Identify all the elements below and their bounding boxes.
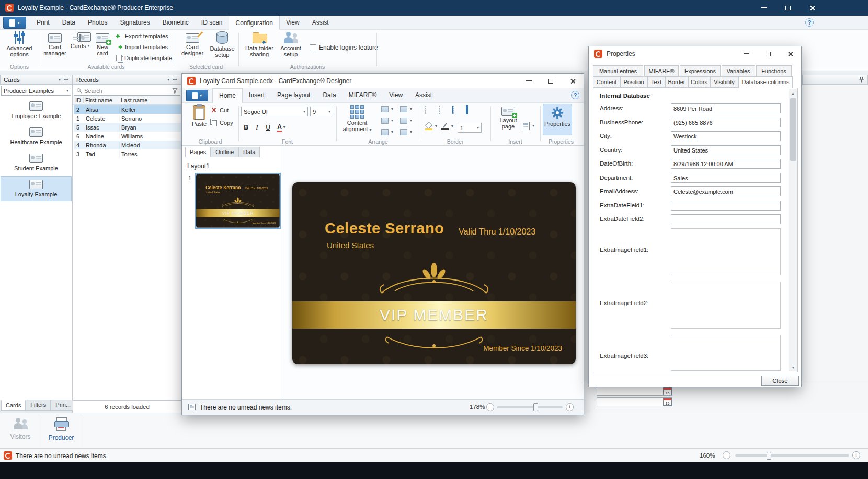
tab-id-scan[interactable]: ID scan — [195, 16, 229, 30]
border-none-button[interactable] — [425, 106, 426, 113]
border-left-button[interactable] — [452, 106, 454, 113]
card-item-employee[interactable]: Employee Example — [1, 98, 72, 123]
designer-tab-insert[interactable]: Insert — [243, 88, 271, 103]
designer-zoom-out-button[interactable]: − — [486, 403, 494, 411]
date-picker-row[interactable]: 15 — [597, 387, 672, 396]
col-header-last-name[interactable]: Last name — [119, 97, 181, 103]
designer-zoom-slider-track[interactable] — [497, 406, 563, 408]
arrange-button[interactable]: ▾ — [400, 118, 412, 124]
design-canvas[interactable]: Celeste Serrano Valid Thru 1/10/2023 Uni… — [281, 146, 584, 399]
city-input[interactable] — [671, 131, 781, 141]
designer-close-button[interactable] — [562, 75, 584, 87]
tab-data[interactable]: Data — [56, 16, 82, 30]
paste-button[interactable]: Paste — [189, 105, 209, 127]
ptab-text[interactable]: Text — [647, 76, 665, 88]
search-input[interactable] — [84, 88, 170, 94]
properties-close-button[interactable] — [779, 48, 801, 60]
new-card-button[interactable]: New card — [92, 31, 113, 56]
card-member-since-field[interactable]: Member Since 1/10/2023 — [483, 344, 562, 352]
cards-button[interactable]: Cards▾ — [70, 31, 90, 49]
ptab-visibility[interactable]: Visibility — [710, 76, 738, 88]
card-designer-button[interactable]: Card designer — [179, 31, 206, 56]
chevron-down-icon[interactable]: ▾ — [59, 78, 61, 82]
ptab-database-columns[interactable]: Database columns — [738, 76, 793, 88]
scroll-up-button[interactable]: ▲ — [789, 89, 797, 97]
line-color-button[interactable]: ▾ — [441, 123, 453, 130]
card-manager-button[interactable]: Card manager — [42, 31, 68, 56]
data-folder-sharing-button[interactable]: Data folder sharing — [244, 31, 275, 57]
copy-button[interactable]: Copy — [210, 119, 233, 126]
designer-tab-assist[interactable]: Assist — [409, 88, 438, 103]
date-of-birth-input[interactable] — [671, 159, 781, 169]
zoom-slider-track[interactable] — [735, 454, 849, 457]
scroll-down-button[interactable]: ▼ — [789, 363, 797, 371]
calendar-icon[interactable]: 15 — [663, 398, 672, 406]
table-row[interactable]: 3TadTorres — [74, 149, 181, 158]
col-header-first-name[interactable]: First name — [84, 97, 119, 103]
pin-icon[interactable] — [859, 77, 864, 83]
scrollbar-thumb[interactable] — [790, 98, 796, 161]
col-header-id[interactable]: ID — [73, 97, 84, 103]
designer-tab-page-layout[interactable]: Page layout — [271, 88, 316, 103]
arrange-button[interactable]: ▾ — [400, 129, 412, 135]
designer-maximize-button[interactable] — [540, 75, 562, 87]
department-input[interactable] — [671, 173, 781, 183]
border-all-button[interactable] — [466, 106, 468, 113]
close-button[interactable]: Close — [761, 376, 799, 386]
email-address-input[interactable] — [671, 186, 781, 196]
extra-image-field2-box[interactable] — [671, 282, 781, 329]
help-button[interactable]: ? — [805, 18, 814, 27]
card-name-field[interactable]: Celeste Serrano — [325, 220, 444, 237]
pin-icon[interactable] — [172, 77, 178, 83]
table-row[interactable]: 5IssacBryan — [74, 123, 181, 132]
properties-maximize-button[interactable] — [757, 48, 779, 60]
date-picker-row[interactable]: 15 — [597, 397, 672, 406]
zoom-slider-thumb[interactable] — [767, 452, 771, 460]
extra-date-field1-input[interactable] — [671, 201, 781, 211]
maximize-button[interactable] — [777, 0, 799, 16]
table-row[interactable]: 2AlisaKeller — [74, 105, 181, 114]
card-valid-thru-field[interactable]: Valid Thru 1/10/2023 — [459, 227, 535, 237]
font-family-combo[interactable]: Segoe UI▾ — [241, 107, 308, 116]
content-alignment-button[interactable]: Content alignment ▾ — [340, 105, 374, 132]
checkbox-icon[interactable] — [310, 44, 316, 51]
card-vip-field[interactable]: VIP MEMBER — [380, 306, 488, 324]
database-setup-button[interactable]: Database setup — [208, 31, 236, 58]
designer-minimize-button[interactable] — [518, 75, 540, 87]
extra-date-field2-input[interactable] — [671, 214, 781, 224]
bottom-tab-cards[interactable]: Cards — [1, 400, 26, 411]
zoom-out-button[interactable]: − — [723, 451, 730, 459]
tab-assist[interactable]: Assist — [306, 16, 335, 30]
extra-image-field3-box[interactable] — [671, 335, 781, 371]
italic-button[interactable]: I — [252, 122, 262, 133]
minimize-button[interactable] — [753, 0, 775, 16]
ptab-functions[interactable]: Functions — [756, 65, 792, 76]
font-size-combo[interactable]: 9▾ — [310, 107, 333, 116]
insert-object-button[interactable]: ▾ — [522, 122, 534, 130]
file-menu-button[interactable]: ▾ — [3, 17, 26, 29]
tab-view[interactable]: View — [280, 16, 306, 30]
designer-tab-home[interactable]: Home — [212, 88, 243, 103]
tab-configuration[interactable]: Configuration — [229, 16, 279, 30]
close-button[interactable] — [801, 0, 823, 16]
address-input[interactable] — [671, 103, 781, 113]
business-phone-input[interactable] — [671, 118, 781, 127]
ptab-border[interactable]: Border — [665, 76, 688, 88]
arrange-button[interactable]: ▾ — [381, 106, 393, 112]
export-templates-button[interactable]: Export templates — [116, 33, 168, 39]
advanced-options-button[interactable]: Advanced options — [3, 31, 36, 57]
ptab-colors[interactable]: Colors — [688, 76, 710, 88]
card-item-healthcare[interactable]: Healthcare Example — [1, 124, 72, 149]
duplicate-template-button[interactable]: Duplicate template — [116, 55, 172, 61]
page-thumbnail[interactable]: Celeste Serrano Valid Thru 1/10/2023 Uni… — [195, 173, 281, 229]
bottom-tab-filters[interactable]: Filters — [26, 400, 51, 411]
cut-button[interactable]: Cut — [210, 107, 229, 113]
designer-help-button[interactable]: ? — [571, 91, 579, 99]
import-templates-button[interactable]: Import templates — [116, 44, 168, 50]
card-item-loyalty[interactable]: Loyalty Example — [1, 176, 72, 201]
designer-zoom-in-button[interactable]: + — [566, 403, 574, 411]
ptab-position[interactable]: Position — [620, 76, 647, 88]
extra-image-field1-box[interactable] — [671, 228, 781, 275]
tab-outline[interactable]: Outline — [211, 147, 238, 157]
tab-photos[interactable]: Photos — [82, 16, 113, 30]
